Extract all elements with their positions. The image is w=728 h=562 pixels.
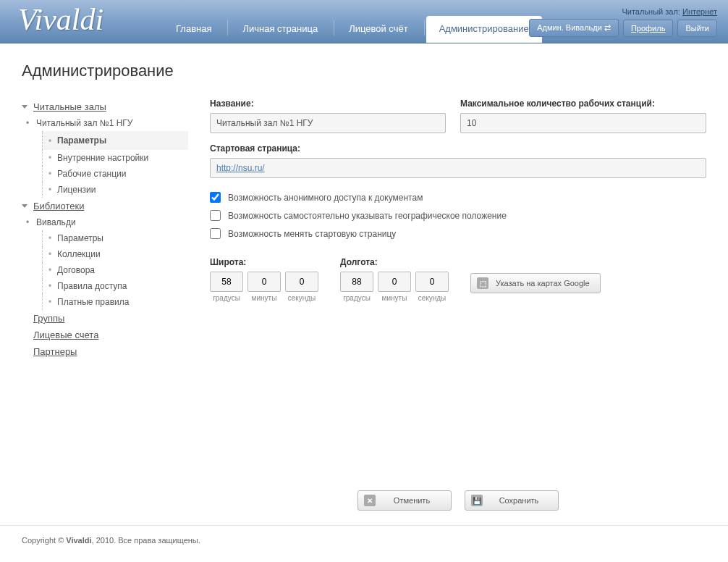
sidebar-libraries[interactable]: Библиотеки — [22, 198, 188, 214]
close-icon: ✕ — [364, 495, 376, 506]
content: Название: Максимальное количество рабочи… — [210, 98, 706, 511]
lon-deg[interactable] — [340, 272, 373, 292]
lat-deg[interactable] — [210, 272, 243, 292]
logout-button[interactable]: Выйти — [677, 20, 717, 37]
save-icon: 💾 — [471, 495, 483, 506]
lat-label: Широта: — [210, 257, 318, 267]
start-label: Стартовая страница: — [210, 143, 706, 154]
admin-badge: Админ. Вивальди ⇄ — [529, 19, 619, 37]
profile-button[interactable]: Профиль — [623, 20, 674, 37]
sidebar: Читальные залы Читальный зал №1 НГУ Пара… — [22, 98, 188, 511]
lon-sec[interactable] — [415, 272, 449, 292]
user-box: Админ. Вивальди ⇄ Профиль Выйти — [529, 19, 717, 37]
sidebar-lib1-contracts[interactable]: Договора — [42, 262, 188, 278]
lat-min[interactable] — [247, 272, 281, 292]
check-startpage-label: Возможность менять стартовую страницу — [228, 229, 396, 239]
map-button[interactable]: ⬚ Указать на картах Google — [470, 273, 601, 293]
sidebar-room1-params[interactable]: Параметры — [42, 131, 188, 150]
sidebar-lib1[interactable]: Вивальди — [22, 214, 188, 230]
max-label: Максимальное количество рабочих станций: — [460, 98, 706, 109]
sidebar-lib1-access[interactable]: Правила доступа — [42, 278, 188, 294]
reading-room-indicator: Читальный зал: Интернет — [622, 7, 717, 16]
sidebar-room1-licenses[interactable]: Лицензии — [42, 182, 188, 198]
save-button[interactable]: 💾 Сохранить — [465, 490, 559, 511]
name-label: Название: — [210, 98, 446, 109]
map-icon: ⬚ — [477, 277, 488, 289]
lat-sec[interactable] — [285, 272, 318, 292]
footer: Copyright © Vivaldi, 2010. Все права защ… — [0, 525, 728, 555]
check-anonymous-label: Возможность анонимного доступа к докумен… — [228, 193, 423, 203]
sidebar-lib1-paid[interactable]: Платные правила — [42, 294, 188, 310]
sidebar-lib1-collections[interactable]: Коллекции — [42, 246, 188, 262]
check-geo[interactable] — [210, 210, 221, 221]
check-geo-label: Возможность самостоятельно указывать гео… — [228, 211, 507, 221]
page-title: Администрирование — [22, 62, 706, 80]
cancel-button[interactable]: ✕ Отменить — [357, 490, 452, 511]
sidebar-lib1-params[interactable]: Параметры — [42, 230, 188, 246]
sidebar-reading-rooms[interactable]: Читальные залы — [22, 98, 188, 115]
check-anonymous[interactable] — [210, 192, 221, 203]
nav-account[interactable]: Лицевой счёт — [336, 16, 421, 43]
nav-admin[interactable]: Администрирование — [426, 16, 542, 43]
sidebar-room1-internal[interactable]: Внутренние настройки — [42, 150, 188, 166]
reading-room-link[interactable]: Интернет — [682, 7, 717, 16]
start-input[interactable] — [210, 158, 706, 178]
header: Vivaldi Читальный зал: Интернет Главная … — [0, 0, 728, 43]
logo: Vivaldi — [18, 2, 103, 37]
max-input[interactable] — [460, 113, 706, 133]
sidebar-groups[interactable]: Группы — [22, 310, 188, 327]
sidebar-partners[interactable]: Партнеры — [22, 343, 188, 360]
sidebar-room1[interactable]: Читальный зал №1 НГУ — [22, 115, 188, 131]
name-input[interactable] — [210, 113, 446, 133]
main-nav: Главная Личная страница Лицевой счёт Адм… — [163, 16, 543, 43]
lon-label: Долгота: — [340, 257, 449, 267]
sidebar-accounts[interactable]: Лицевые счета — [22, 327, 188, 343]
check-startpage[interactable] — [210, 228, 221, 239]
lon-min[interactable] — [378, 272, 411, 292]
sidebar-room1-stations[interactable]: Рабочие станции — [42, 166, 188, 182]
nav-personal[interactable]: Личная страница — [229, 16, 331, 43]
nav-home[interactable]: Главная — [163, 16, 224, 43]
